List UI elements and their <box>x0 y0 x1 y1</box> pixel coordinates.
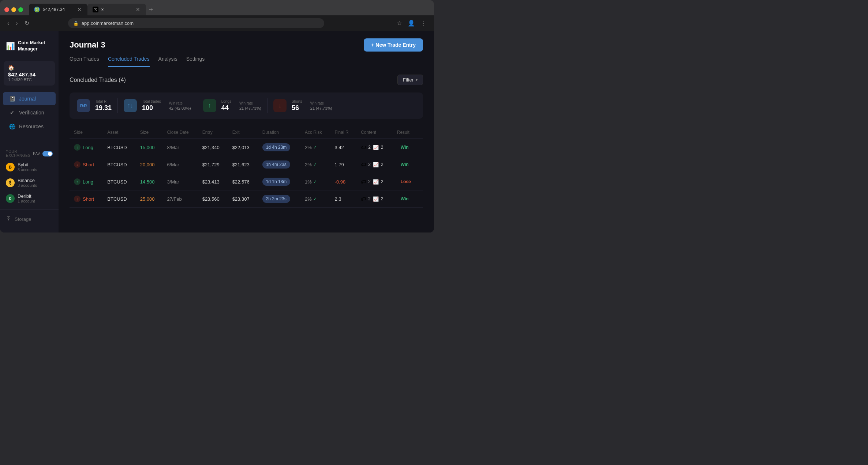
tab-analysis[interactable]: Analysis <box>158 56 177 67</box>
back-button[interactable]: ‹ <box>6 19 11 28</box>
browser-actions: ☆ 👤 ⋮ <box>395 18 428 28</box>
sidebar-item-resources[interactable]: 🌐 Resources <box>3 120 56 133</box>
exchange-deribit[interactable]: D Deribit 1 account <box>0 190 59 206</box>
tab-open-trades[interactable]: Open Trades <box>70 56 99 67</box>
maximize-traffic-light[interactable] <box>18 7 23 12</box>
result-badge-1: Win <box>397 161 412 168</box>
side-label-3: Short <box>83 196 94 202</box>
deribit-name: Deribit <box>18 193 35 199</box>
balance-btc: 1.24939 BTC <box>8 78 50 82</box>
cell-duration-0: 1d 4h 23m <box>258 139 300 156</box>
sidebar-label-verification: Verification <box>19 110 44 116</box>
trades-label: Total trades <box>142 99 161 103</box>
risk-pct-1: 2% <box>305 162 312 167</box>
cell-asset-2: BTCUSD <box>103 173 135 190</box>
duration-badge-0: 1d 4h 23m <box>262 143 291 151</box>
table-row[interactable]: ↓ Short BTCUSD 20,000 6/Mar $21,729 $21,… <box>70 156 423 173</box>
cell-date-1: 6/Mar <box>162 156 198 173</box>
storage-label: Storage <box>15 216 31 222</box>
finalr-value-2: -0.98 <box>335 179 346 185</box>
finalr-value-0: 3.42 <box>335 145 344 150</box>
risk-pct-3: 2% <box>305 196 312 202</box>
col-acc-risk: Acc Risk <box>300 126 330 139</box>
shorts-info: Shorts 56 <box>292 99 302 112</box>
tab-2-close[interactable]: ✕ <box>135 7 141 12</box>
tab-1-close[interactable]: ✕ <box>76 7 82 12</box>
result-badge-2: Lose <box>397 178 415 185</box>
bybit-logo: B <box>6 163 15 171</box>
tag-icon-3: 🏷 <box>361 196 366 202</box>
reload-button[interactable]: ↻ <box>23 18 31 28</box>
longs-icon: ↑ <box>203 99 216 112</box>
cell-date-0: 8/Mar <box>162 139 198 156</box>
cell-asset-0: BTCUSD <box>103 139 135 156</box>
bybit-info: Bybit 3 accounts <box>18 162 37 172</box>
address-bar-row: ‹ › ↻ 🔒 app.coinmarketman.com ☆ 👤 ⋮ <box>0 15 434 31</box>
exchange-binance[interactable]: ₿ Binance 3 accounts <box>0 175 59 190</box>
home-icon: 🏠 <box>8 65 50 71</box>
tab-1-title: $42,487.34 <box>43 7 65 12</box>
col-result: Result <box>393 126 423 139</box>
forward-button[interactable]: › <box>14 19 19 28</box>
new-tab-button[interactable]: + <box>146 4 156 15</box>
cell-entry-0: $21,340 <box>198 139 228 156</box>
browser-tab-1[interactable]: 💹 $42,487.34 ✕ <box>29 4 87 15</box>
tag-icon-0: 🏷 <box>361 144 366 150</box>
browser-tab-2[interactable]: 𝕏 x ✕ <box>87 4 146 15</box>
exchange-bybit[interactable]: B Bybit 3 accounts <box>0 159 59 175</box>
minimize-traffic-light[interactable] <box>11 7 16 12</box>
chart-count-1: 2 <box>381 162 384 167</box>
deribit-accounts: 1 account <box>18 199 35 203</box>
profile-button[interactable]: 👤 <box>406 18 416 28</box>
tab-settings[interactable]: Settings <box>186 56 205 67</box>
sidebar-label-journal: Journal <box>19 96 36 102</box>
traffic-lights <box>4 7 23 12</box>
table-row[interactable]: ↓ Short BTCUSD 25,000 27/Feb $23,560 $23… <box>70 190 423 208</box>
duration-badge-1: 1h 4m 23s <box>262 160 290 169</box>
cell-result-0: Win <box>393 139 423 156</box>
exchanges-label: YOUR EXCHANGES <box>6 150 33 158</box>
col-content: Content <box>356 126 393 139</box>
sidebar-item-storage[interactable]: 🗄 Storage <box>0 212 59 226</box>
chevron-down-icon: ▾ <box>416 78 418 82</box>
stat-divider-1 <box>117 98 118 113</box>
new-trade-entry-button[interactable]: + New Trade Entry <box>364 38 423 52</box>
cell-side-3: ↓ Short <box>70 190 103 208</box>
trades-panel: Concluded Trades (4) Filter ▾ R:R Total … <box>59 67 434 232</box>
bybit-accounts: 3 accounts <box>18 167 37 172</box>
lock-icon: 🔒 <box>73 21 79 26</box>
stat-group-rr: R:R Total R 19.31 <box>77 99 112 112</box>
address-bar[interactable]: 🔒 app.coinmarketman.com <box>68 18 324 28</box>
risk-pct-2: 1% <box>305 179 312 185</box>
col-side: Side <box>70 126 103 139</box>
side-dot-1: ↓ <box>74 161 81 168</box>
resources-icon: 🌐 <box>9 124 15 129</box>
sidebar-balance[interactable]: 🏠 $42,487.34 1.24939 BTC <box>4 61 55 86</box>
filter-button[interactable]: Filter ▾ <box>397 75 423 85</box>
fav-toggle[interactable]: FAV <box>33 151 53 156</box>
tab-concluded-trades[interactable]: Concluded Trades <box>108 56 150 67</box>
table-row[interactable]: ↑ Long BTCUSD 14,500 3/Mar $23,413 $22,5… <box>70 173 423 190</box>
menu-button[interactable]: ⋮ <box>419 18 428 28</box>
cell-size-2: 14,500 <box>136 173 163 190</box>
longs-label: Longs <box>221 99 231 103</box>
cell-size-3: 25,000 <box>136 190 163 208</box>
cell-exit-0: $22,013 <box>228 139 258 156</box>
fav-toggle-pill[interactable] <box>42 151 53 156</box>
close-traffic-light[interactable] <box>4 7 9 12</box>
stats-row: R:R Total R 19.31 ↑↓ Total trades 100 Wi… <box>70 92 423 119</box>
balance-amount: $42,487.34 <box>8 71 50 78</box>
table-row[interactable]: ↑ Long BTCUSD 15,000 8/Mar $21,340 $22,0… <box>70 139 423 156</box>
cell-entry-2: $23,413 <box>198 173 228 190</box>
star-button[interactable]: ☆ <box>395 18 403 28</box>
cell-side-2: ↑ Long <box>70 173 103 190</box>
check-icon-0: ✓ <box>313 145 317 150</box>
bybit-name: Bybit <box>18 162 37 167</box>
cell-date-3: 27/Feb <box>162 190 198 208</box>
sidebar-item-verification[interactable]: ✔ Verification <box>3 106 56 119</box>
sidebar-item-journal[interactable]: 📓 Journal <box>3 92 56 105</box>
cell-duration-3: 2h 2m 23s <box>258 190 300 208</box>
shorts-icon: ↓ <box>273 99 287 112</box>
chart-icon-1: 📈 <box>373 162 379 167</box>
binance-accounts: 3 accounts <box>18 183 37 188</box>
